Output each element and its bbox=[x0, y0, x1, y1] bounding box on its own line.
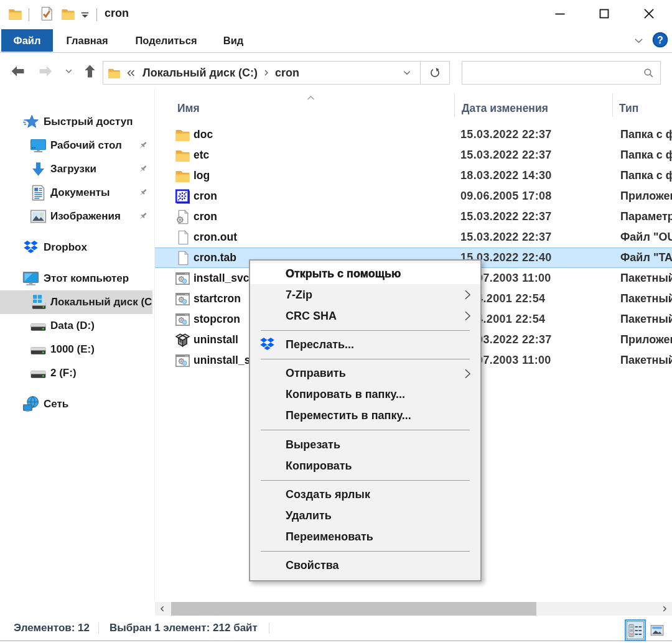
scroll-right-arrow[interactable] bbox=[657, 602, 672, 616]
menu-item-1[interactable]: 7-Zip bbox=[250, 284, 480, 305]
menu-item-17[interactable]: Свойства bbox=[250, 555, 480, 576]
minimize-button[interactable] bbox=[546, 0, 574, 27]
pin-icon bbox=[137, 211, 149, 223]
column-header-date[interactable]: Дата изменения bbox=[462, 96, 548, 120]
sidebar-item-6[interactable]: Этот компьютер bbox=[0, 267, 152, 290]
menu-item-0[interactable]: Открыть с помощью bbox=[250, 263, 480, 284]
file-type: Пакетный файл Windows bbox=[620, 268, 672, 289]
file-type: Пакетный файл Windows bbox=[620, 309, 672, 330]
sidebar-item-1[interactable]: Рабочий стол bbox=[0, 134, 152, 157]
column-header-type[interactable]: Тип bbox=[619, 96, 638, 120]
scrollbar-thumb[interactable] bbox=[171, 602, 536, 616]
desktop-icon bbox=[30, 137, 47, 154]
menu-item-8[interactable]: Переместить в папку... bbox=[250, 405, 480, 427]
chevron-down-sm-icon bbox=[403, 68, 411, 77]
sidebar-item-label: Dropbox bbox=[44, 241, 87, 254]
sidebar-item-0[interactable]: Быстрый доступ bbox=[0, 110, 152, 134]
refresh-button[interactable] bbox=[420, 62, 449, 84]
qat-customize-button[interactable] bbox=[80, 9, 90, 20]
sidebar-item-10[interactable]: 2 (F:) bbox=[0, 361, 152, 385]
menu-item-6[interactable]: Отправить bbox=[250, 363, 480, 384]
address-bar[interactable]: Локальный диск (C:) cron bbox=[103, 61, 450, 85]
file-name: log bbox=[194, 165, 210, 186]
menu-separator bbox=[261, 359, 470, 359]
breadcrumb-chevrons-icon[interactable] bbox=[126, 68, 136, 78]
recent-locations-button[interactable] bbox=[63, 53, 74, 89]
pin-icon bbox=[137, 140, 149, 152]
menu-item-label: Создать ярлык bbox=[286, 488, 370, 501]
horizontal-scrollbar[interactable] bbox=[155, 602, 672, 616]
address-dropdown-icon[interactable] bbox=[403, 68, 411, 77]
menu-item-11[interactable]: Копировать bbox=[250, 455, 480, 476]
file-row-etc[interactable]: etc15.03.2022 22:37Папка с файлами bbox=[155, 145, 672, 165]
folder-icon bbox=[108, 67, 121, 80]
breadcrumb-item-folder[interactable]: cron bbox=[275, 67, 299, 80]
pin-icon bbox=[137, 187, 149, 199]
forward-button[interactable] bbox=[37, 53, 54, 89]
qat-properties-button[interactable] bbox=[39, 6, 55, 22]
app-icon bbox=[175, 188, 190, 204]
sidebar-item-7[interactable]: Локальный диск (C:) bbox=[0, 290, 152, 314]
file-row-doc[interactable]: doc15.03.2022 22:37Папка с файлами bbox=[155, 124, 672, 145]
file-row-log[interactable]: log18.03.2022 14:30Папка с файлами bbox=[155, 165, 672, 186]
back-button[interactable] bbox=[9, 53, 26, 89]
network-icon bbox=[22, 396, 39, 413]
file-type: Пакетный файл Windows bbox=[620, 350, 672, 371]
up-button[interactable] bbox=[81, 53, 98, 89]
scroll-left-arrow[interactable] bbox=[155, 602, 170, 616]
sidebar-item-5[interactable]: Dropbox bbox=[0, 236, 152, 259]
documents-icon bbox=[30, 185, 47, 201]
menu-separator bbox=[261, 430, 470, 430]
menu-item-10[interactable]: Вырезать bbox=[250, 434, 480, 455]
file-row-cron[interactable]: cron09.06.2005 17:08Приложение bbox=[155, 186, 672, 206]
tab-file[interactable]: Файл bbox=[1, 29, 53, 52]
file-row-cron[interactable]: cron15.03.2022 22:37Параметры конфигурац… bbox=[155, 206, 672, 227]
file-date: 18.03.2022 14:30 bbox=[460, 165, 552, 186]
file-type: Файл "OUT" bbox=[620, 227, 672, 247]
drive-icon bbox=[30, 365, 47, 382]
dropbox-icon bbox=[259, 336, 276, 353]
window-folder-icon bbox=[8, 7, 22, 21]
help-button[interactable]: ? bbox=[652, 32, 668, 48]
close-button[interactable] bbox=[635, 0, 663, 27]
config-icon bbox=[175, 209, 190, 224]
tab-view[interactable]: Вид bbox=[219, 29, 248, 52]
breadcrumb-item-drive[interactable]: Локальный диск (C:) bbox=[142, 67, 258, 80]
column-separator2[interactable] bbox=[612, 93, 613, 117]
thumbnails-view-button[interactable] bbox=[649, 624, 665, 637]
details-view-button[interactable] bbox=[625, 619, 646, 641]
file-row-cron.out[interactable]: cron.out15.03.2022 22:37Файл "OUT" bbox=[155, 227, 672, 247]
sidebar-item-2[interactable]: Загрузки bbox=[0, 157, 152, 181]
menu-item-15[interactable]: Переименовать bbox=[250, 527, 480, 548]
menu-item-label: 7-Zip bbox=[286, 289, 312, 302]
sidebar-item-9[interactable]: 1000 (E:) bbox=[0, 338, 152, 361]
ribbon-tab-bar: Файл Главная Поделиться Вид ? bbox=[0, 29, 672, 53]
qat-new-folder-button[interactable] bbox=[61, 7, 75, 21]
column-separator[interactable] bbox=[454, 93, 455, 117]
tab-home[interactable]: Главная bbox=[63, 29, 111, 52]
ribbon-expand-button[interactable] bbox=[633, 35, 644, 46]
menu-item-13[interactable]: Создать ярлык bbox=[250, 484, 480, 506]
menu-item-4[interactable]: Переслать... bbox=[250, 334, 480, 355]
sidebar-item-label: Data (D:) bbox=[50, 320, 95, 332]
column-header-name[interactable]: Имя bbox=[177, 96, 200, 120]
submenu-arrow-icon bbox=[462, 310, 473, 322]
qat-caret-icon bbox=[80, 9, 90, 20]
batch-icon bbox=[175, 271, 190, 286]
search-box[interactable] bbox=[462, 61, 661, 85]
chevron-down-icon bbox=[633, 35, 644, 46]
sidebar-item-8[interactable]: Data (D:) bbox=[0, 314, 152, 338]
sidebar-item-11[interactable]: Сеть bbox=[0, 392, 152, 416]
sidebar-item-3[interactable]: Документы bbox=[0, 181, 152, 205]
sidebar-item-4[interactable]: Изображения bbox=[0, 205, 152, 228]
qat-separator2 bbox=[96, 8, 97, 21]
menu-item-14[interactable]: Удалить bbox=[250, 506, 480, 527]
help-icon: ? bbox=[652, 32, 668, 48]
menu-item-2[interactable]: CRC SHA bbox=[250, 305, 480, 326]
menu-item-7[interactable]: Копировать в папку... bbox=[250, 384, 480, 405]
file-date: 09.06.2005 17:08 bbox=[460, 186, 552, 206]
maximize-button[interactable] bbox=[590, 0, 618, 27]
menu-separator bbox=[261, 480, 470, 481]
tab-share[interactable]: Поделиться bbox=[133, 29, 199, 52]
breadcrumb: Локальный диск (C:) cron bbox=[121, 67, 299, 80]
